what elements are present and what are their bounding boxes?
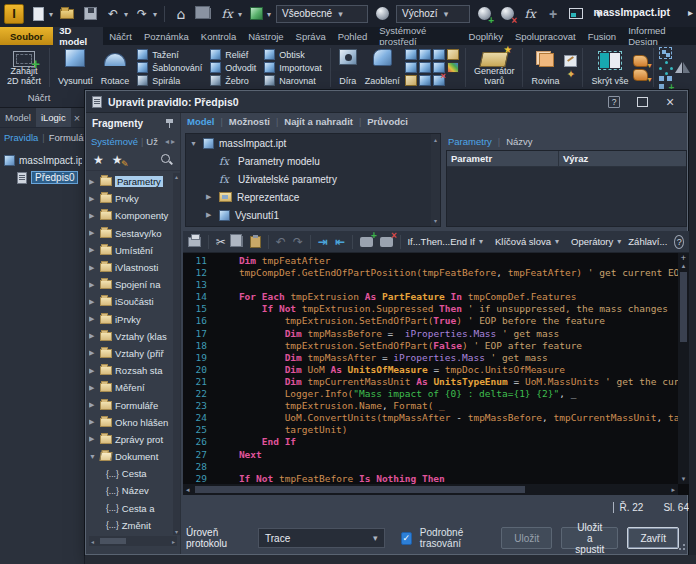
- delete-face-icon[interactable]: [433, 75, 445, 86]
- browser-tab-ilogic[interactable]: iLogic: [36, 108, 71, 127]
- expand-icon[interactable]: [206, 211, 214, 219]
- dialog-maximize-icon[interactable]: [635, 95, 649, 108]
- expand-icon[interactable]: [89, 264, 97, 272]
- dialog-titlebar[interactable]: Upravit pravidlo: Předpis0: [86, 91, 687, 113]
- ribbon-tab-7[interactable]: Pohled: [332, 27, 374, 45]
- model-tree-item[interactable]: Reprezentace: [186, 188, 440, 206]
- plus-icon[interactable]: [544, 5, 562, 23]
- fragment-item[interactable]: Vztahy (přiř: [89, 345, 173, 362]
- dialog-tab-2[interactable]: Najít a nahradit: [284, 116, 353, 127]
- collapse-icon[interactable]: [89, 453, 97, 460]
- material-dropdown-icon[interactable]: [270, 8, 271, 19]
- fragment-item[interactable]: iPrvky: [89, 311, 173, 328]
- expand-icon[interactable]: [89, 401, 97, 409]
- ribbon-small-button-šablonování[interactable]: Šablonování: [134, 61, 205, 74]
- fragments-vscrollbar[interactable]: [173, 173, 180, 535]
- redo-dropdown-icon[interactable]: [156, 8, 157, 19]
- pattern-add-icon[interactable]: [659, 76, 672, 88]
- browser-subtab-0[interactable]: Pravidla: [4, 132, 38, 143]
- fragment-item[interactable]: Vztahy (klas: [89, 328, 173, 345]
- footer-button-0[interactable]: Uložit: [501, 527, 552, 549]
- sculpt-icon[interactable]: [633, 55, 648, 67]
- cut-icon[interactable]: [216, 234, 226, 250]
- paste-icon[interactable]: [250, 234, 261, 250]
- code-line[interactable]: 25 targetUnit): [183, 424, 678, 436]
- split-icon[interactable]: [405, 62, 417, 73]
- collapse-icon[interactable]: [190, 140, 198, 147]
- home-icon[interactable]: [172, 5, 190, 23]
- expand-icon[interactable]: [89, 178, 97, 186]
- shape-generator-button[interactable]: Generátor tvarů: [471, 47, 518, 88]
- footer-button-1[interactable]: Uložit a spustit: [561, 527, 618, 549]
- expand-icon[interactable]: [89, 384, 97, 392]
- expand-icon[interactable]: [89, 315, 97, 323]
- ribbon-tab-8[interactable]: Systémové prostředí: [373, 27, 462, 45]
- fx-icon[interactable]: fx: [521, 5, 539, 23]
- expand-icon[interactable]: [89, 349, 97, 357]
- fragment-item[interactable]: Rozsah sta: [89, 362, 173, 379]
- fragment-item[interactable]: Okno hlášen: [89, 414, 173, 431]
- model-tree-item[interactable]: massImpact.ipt: [186, 134, 440, 152]
- ilogic-doc-node[interactable]: massImpact.ipt: [4, 152, 82, 169]
- tab-scroll-right-icon[interactable]: [171, 137, 175, 146]
- insert-snippet-icon[interactable]: [318, 234, 328, 250]
- fragment-item[interactable]: Cesta: [89, 465, 173, 482]
- code-vscrollbar[interactable]: +: [678, 253, 689, 484]
- combine-icon[interactable]: [419, 62, 431, 73]
- ribbon-small-button-spirála[interactable]: Spirála: [134, 74, 205, 87]
- code-line[interactable]: 19 Dim tmpMassAfter = iProperties.Mass '…: [183, 352, 678, 364]
- editor-dropdown-0[interactable]: If...Then...End If: [407, 236, 483, 247]
- ribbon-tab-4[interactable]: Kontrola: [195, 27, 242, 45]
- hole-button[interactable]: Díra: [336, 47, 360, 88]
- titlebar-arrow-icon[interactable]: [688, 7, 693, 18]
- appearance-add-icon[interactable]: [475, 5, 493, 23]
- hide-all-button[interactable]: Skrýt vše: [588, 47, 631, 88]
- ribbon-tab-9[interactable]: Doplňky: [463, 27, 509, 45]
- undo-icon[interactable]: [104, 5, 122, 23]
- dialog-tab-3[interactable]: Průvodci: [367, 116, 408, 127]
- verbose-tracing-checkbox[interactable]: [401, 532, 412, 545]
- expand-icon[interactable]: [89, 418, 97, 426]
- dialog-help-icon[interactable]: [607, 95, 621, 108]
- model-tree-vscrollbar[interactable]: [431, 134, 440, 226]
- save-icon[interactable]: [81, 5, 99, 23]
- favorites-star-icon[interactable]: [93, 153, 104, 167]
- expand-icon[interactable]: [89, 195, 97, 203]
- fragment-item[interactable]: iSoučásti: [89, 293, 173, 310]
- copy-object-icon[interactable]: [419, 75, 431, 86]
- code-hscrollbar[interactable]: [183, 484, 678, 495]
- start-2d-sketch-button[interactable]: Zahájit 2D náčrt: [4, 47, 44, 88]
- appearance-clear-icon[interactable]: [498, 5, 516, 23]
- fragments-tab-0[interactable]: Systémové: [91, 136, 138, 147]
- mirror-icon[interactable]: [675, 61, 690, 74]
- editor-help-icon[interactable]: [674, 235, 684, 249]
- code-editor[interactable]: 11 Dim tmpFeatAfter12 tmpCompDef.GetEndO…: [183, 253, 689, 495]
- editor-redo-icon[interactable]: [293, 234, 303, 250]
- code-line[interactable]: 20 Dim UoM As UnitsOfMeasure = tmpDoc.Un…: [183, 364, 678, 376]
- plane-button[interactable]: Rovina: [528, 47, 562, 88]
- pin-icon[interactable]: [165, 118, 174, 129]
- code-line[interactable]: 27 Next: [183, 449, 678, 461]
- add-comment-icon[interactable]: [360, 234, 373, 250]
- code-line[interactable]: 13: [183, 279, 678, 291]
- expand-icon[interactable]: [206, 193, 214, 201]
- search-icon[interactable]: [161, 154, 173, 166]
- undo-dropdown-icon[interactable]: [127, 8, 128, 19]
- expand-icon[interactable]: [89, 229, 97, 237]
- code-line[interactable]: 23 tmpExtrusion.Name, Format( _: [183, 400, 678, 412]
- inventor-logo[interactable]: [4, 4, 24, 24]
- ribbon-tab-0[interactable]: Soubor: [0, 27, 53, 45]
- appearance-sphere-icon[interactable]: [373, 5, 391, 23]
- fragment-item[interactable]: Cesta a: [89, 500, 173, 517]
- code-line[interactable]: 16 tmpExtrusion.SetEndOfPart(True) ' EOP…: [183, 315, 678, 327]
- parameters-fx-icon[interactable]: fx: [218, 5, 236, 23]
- parameters-tab-0[interactable]: Parametry: [448, 136, 492, 147]
- tab-close-icon[interactable]: [71, 108, 83, 127]
- fragment-item[interactable]: Měření: [89, 379, 173, 396]
- point-icon[interactable]: [564, 69, 577, 81]
- ribbon-small-button-tažení[interactable]: Tažení: [134, 48, 205, 61]
- fx-dropdown-icon[interactable]: [241, 8, 242, 19]
- expand-icon[interactable]: [89, 435, 97, 443]
- code-line[interactable]: 12 tmpCompDef.GetEndOfPartPosition(tmpFe…: [183, 267, 678, 279]
- code-line[interactable]: 17 Dim tmpMassBefore = iProperties.Mass …: [183, 328, 678, 340]
